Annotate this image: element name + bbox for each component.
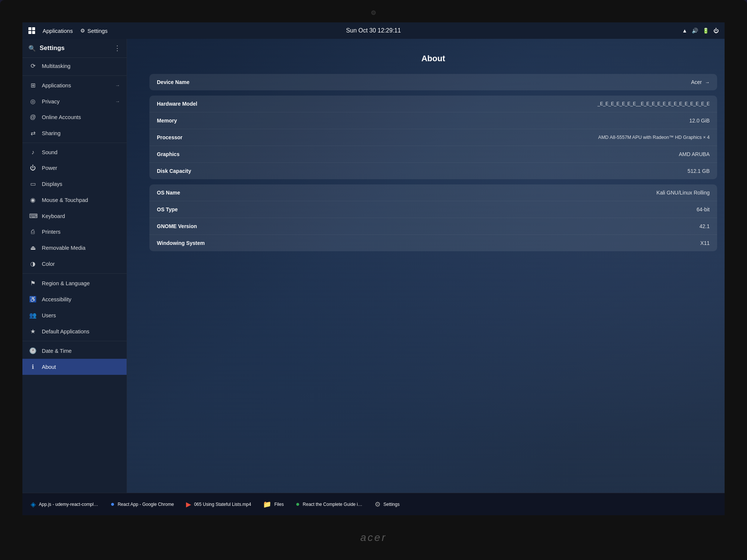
main-content: 🔍 Settings ⋮ ⟳Multitasking⊞Applications→… [22, 39, 725, 493]
sidebar-label-about: About [42, 364, 120, 370]
memory-label: Memory [157, 118, 177, 124]
volume-icon: 🔊 [692, 28, 698, 34]
sidebar-label-online-accounts: Online Accounts [42, 114, 120, 120]
about-title: About [149, 46, 717, 74]
sidebar-icon-keyboard: ⌨ [29, 212, 37, 220]
sidebar-item-sound[interactable]: ♪Sound [22, 144, 127, 160]
taskbar-item-chrome[interactable]: ●React App - Google Chrome [105, 496, 179, 513]
device-name-arrow: → [705, 80, 710, 85]
sidebar-icon-region-language: ⚑ [29, 280, 37, 287]
sidebar-label-accessibility: Accessibility [42, 296, 120, 302]
sidebar-item-users[interactable]: 👥Users [22, 307, 127, 323]
sidebar-item-applications[interactable]: ⊞Applications→ [22, 77, 127, 93]
sidebar-header: 🔍 Settings ⋮ [22, 39, 127, 58]
sidebar-item-removable-media[interactable]: ⏏Removable Media [22, 240, 127, 256]
os-type-value: 64-bit [697, 206, 710, 212]
os-name-value: Kali GNU/Linux Rolling [657, 190, 710, 196]
os-name-row: OS Name Kali GNU/Linux Rolling [149, 184, 717, 201]
sidebar-item-displays[interactable]: ▭Displays [22, 176, 127, 192]
sidebar-icon-accessibility: ♿ [29, 296, 37, 303]
os-type-row: OS Type 64-bit [149, 201, 717, 218]
sidebar-icon-displays: ▭ [29, 180, 37, 187]
taskbar-item-guide[interactable]: ●React the Complete Guide incl... [291, 496, 368, 513]
bottom-bezel: acer [0, 515, 747, 560]
sidebar-icon-applications: ⊞ [29, 82, 37, 89]
taskbar: ◈App.js - udemy-react-complete-...●React… [22, 493, 725, 515]
sidebar-item-region-language[interactable]: ⚑Region & Language [22, 275, 127, 291]
sidebar-label-users: Users [42, 312, 120, 318]
sidebar-item-power[interactable]: ⏻Power [22, 160, 127, 176]
sidebar-label-date-time: Date & Time [42, 348, 120, 354]
taskbar-icon-chrome: ● [111, 500, 115, 508]
sidebar-item-privacy[interactable]: ◎Privacy→ [22, 93, 127, 109]
sidebar-separator [22, 143, 127, 143]
disk-value: 512.1 GB [688, 168, 710, 174]
sidebar-item-about[interactable]: ℹAbout [22, 359, 127, 375]
sidebar-item-default-applications[interactable]: ★Default Applications [22, 323, 127, 339]
gnome-value: 42.1 [700, 223, 710, 229]
sidebar-icon-mouse-touchpad: ◉ [29, 196, 37, 203]
sidebar-menu-icon[interactable]: ⋮ [114, 44, 121, 52]
sidebar-arrow-privacy: → [115, 99, 120, 104]
taskbar-icon-guide: ● [296, 500, 300, 508]
device-name-card: Device Name Acer → [149, 74, 717, 90]
topbar: Applications ⚙ Settings Sun Oct 30 12:29… [22, 22, 725, 39]
taskbar-item-video[interactable]: ▶065 Using Stateful Lists.mp4 [181, 496, 257, 513]
sidebar-icon-sound: ♪ [29, 149, 37, 156]
taskbar-icon-vscode: ◈ [31, 500, 36, 508]
sidebar-icon-about: ℹ [29, 363, 37, 370]
windowing-value: X11 [700, 240, 710, 246]
sidebar-label-region-language: Region & Language [42, 280, 120, 286]
taskbar-label-guide: React the Complete Guide incl... [303, 502, 363, 507]
topbar-datetime: Sun Oct 30 12:29:11 [346, 27, 401, 34]
brand-name: acer [360, 532, 387, 544]
sidebar-item-date-time[interactable]: 🕐Date & Time [22, 343, 127, 359]
sidebar-icon-online-accounts: @ [29, 114, 37, 121]
sidebar-icon-printers: ⎙ [29, 228, 37, 235]
taskbar-label-video: 065 Using Stateful Lists.mp4 [194, 502, 251, 507]
os-type-label: OS Type [157, 206, 178, 212]
power-icon[interactable]: ⏻ [713, 28, 719, 34]
webcam [371, 10, 376, 15]
processor-value: AMD A8-5557M APU with Radeon™ HD Graphic… [598, 135, 710, 140]
sidebar-item-accessibility[interactable]: ♿Accessibility [22, 291, 127, 307]
sidebar-item-online-accounts[interactable]: @Online Accounts [22, 109, 127, 125]
processor-row: Processor AMD A8-5557M APU with Radeon™ … [149, 129, 717, 146]
sidebar-label-sound: Sound [42, 149, 120, 155]
taskbar-icon-settings: ⚙ [375, 500, 381, 508]
monitor-bezel: Applications ⚙ Settings Sun Oct 30 12:29… [0, 0, 747, 560]
sidebar-item-keyboard[interactable]: ⌨Keyboard [22, 208, 127, 224]
sidebar-label-sharing: Sharing [42, 130, 120, 136]
disk-row: Disk Capacity 512.1 GB [149, 163, 717, 179]
memory-value: 12.0 GiB [689, 118, 710, 124]
right-panel: About Device Name Acer → [127, 39, 725, 493]
sidebar-icon-date-time: 🕐 [29, 347, 37, 354]
sidebar-icon-default-applications: ★ [29, 328, 37, 335]
topbar-settings-label[interactable]: ⚙ Settings [80, 28, 108, 34]
sidebar-label-removable-media: Removable Media [42, 245, 120, 251]
sidebar-icon-color: ◑ [29, 260, 37, 267]
sidebar-separator [22, 75, 127, 76]
sidebar-item-printers[interactable]: ⎙Printers [22, 224, 127, 240]
topbar-apps-label[interactable]: Applications [43, 28, 73, 34]
windowing-row: Windowing System X11 [149, 235, 717, 251]
taskbar-label-files: Files [274, 502, 283, 507]
sidebar-item-multitasking[interactable]: ⟳Multitasking [22, 58, 127, 74]
sidebar-item-sharing[interactable]: ⇄Sharing [22, 125, 127, 141]
sidebar-icon-users: 👥 [29, 312, 37, 319]
sidebar-item-mouse-touchpad[interactable]: ◉Mouse & Touchpad [22, 192, 127, 208]
taskbar-label-chrome: React App - Google Chrome [118, 502, 174, 507]
sidebar-label-power: Power [42, 165, 120, 171]
screen: Applications ⚙ Settings Sun Oct 30 12:29… [22, 22, 725, 515]
taskbar-item-vscode[interactable]: ◈App.js - udemy-react-complete-... [25, 496, 104, 513]
sidebar-label-default-applications: Default Applications [42, 329, 120, 335]
sidebar-item-color[interactable]: ◑Color [22, 256, 127, 272]
about-panel: About Device Name Acer → [149, 46, 717, 489]
search-icon[interactable]: 🔍 [28, 45, 36, 52]
taskbar-item-files[interactable]: 📁Files [258, 496, 289, 513]
sidebar-label-privacy: Privacy [42, 99, 110, 105]
taskbar-item-settings[interactable]: ⚙Settings [369, 496, 405, 513]
device-name-value[interactable]: Acer → [691, 79, 710, 85]
gnome-row: GNOME Version 42.1 [149, 218, 717, 235]
sidebar-title: Settings [40, 44, 65, 52]
